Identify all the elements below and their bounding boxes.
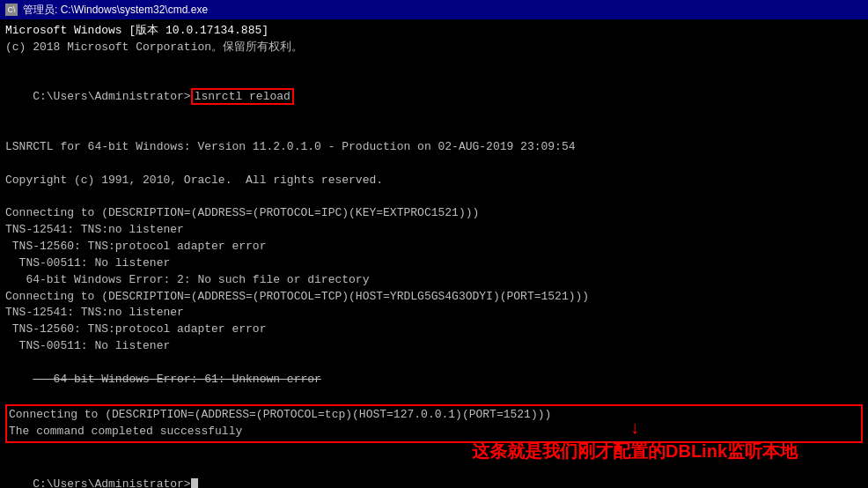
line-copyright-oracle: Copyright (c) 1991, 2010, Oracle. All ri… xyxy=(5,173,863,189)
title-bar-icon: C\ xyxy=(5,4,18,16)
line-win-error-2: 64-bit Windows Error: 2: No such file or… xyxy=(5,272,863,289)
line-tns-00511-2: TNS-00511: No listener xyxy=(5,338,863,355)
cursor xyxy=(191,478,198,488)
annotation-arrow: ↓ xyxy=(629,420,640,438)
line-blank1 xyxy=(5,56,863,73)
line-blank2 xyxy=(5,122,863,139)
line-blank4 xyxy=(5,189,863,205)
line-tns-12541-1: TNS-12541: TNS:no listener xyxy=(5,222,863,239)
line-win-error-61: 64-bit Windows Error: 61: Unknown error xyxy=(5,355,863,405)
line-tns-12541-2: TNS-12541: TNS:no listener xyxy=(5,305,863,322)
line-tns-00511-1: TNS-00511: No listener xyxy=(5,255,863,272)
line-final-prompt: C:\Users\Administrator> xyxy=(5,460,863,488)
line-lsnrctl-version: LSNRCTL for 64-bit Windows: Version 11.2… xyxy=(5,139,863,156)
prompt-prefix: C:\Users\Administrator> xyxy=(33,90,190,103)
line-prompt-lsnrctl: C:\Users\Administrator>lsnrctl reload xyxy=(5,73,863,123)
title-bar: C\ 管理员: C:\Windows\system32\cmd.exe xyxy=(0,0,868,19)
line-tns-12560-2: TNS-12560: TNS:protocol adapter error xyxy=(5,322,863,338)
line-ms-windows: Microsoft Windows [版本 10.0.17134.885] xyxy=(5,23,863,40)
final-prompt-text: C:\Users\Administrator> xyxy=(33,477,190,488)
cmd-highlight: lsnrctl reload xyxy=(191,88,294,105)
annotation-text: 这条就是我们刚才配置的DBLink监听本地 xyxy=(472,440,798,463)
line-connecting-ipc: Connecting to (DESCRIPTION=(ADDRESS=(PRO… xyxy=(5,205,863,222)
line-tns-12560-1: TNS-12560: TNS:protocol adapter error xyxy=(5,239,863,255)
strikethrough-text: 64-bit Windows Error: 61: Unknown error xyxy=(33,373,321,386)
line-copyright-ms: (c) 2018 Microsoft Corporation。保留所有权利。 xyxy=(5,40,863,56)
line-connecting-tcp: Connecting to (DESCRIPTION=(ADDRESS=(PRO… xyxy=(5,289,863,306)
title-bar-text: 管理员: C:\Windows\system32\cmd.exe xyxy=(23,3,863,18)
annotation-container: ↓ 这条就是我们刚才配置的DBLink监听本地 xyxy=(472,420,798,463)
line-blank3 xyxy=(5,156,863,173)
console-area: Microsoft Windows [版本 10.0.17134.885] (c… xyxy=(0,19,868,488)
